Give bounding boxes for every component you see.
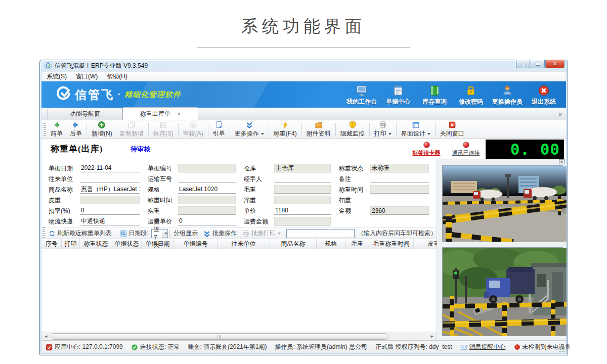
refresh-list-button[interactable]: 刷新最近称重单列表 [46, 228, 114, 239]
resize-grip[interactable] [559, 346, 565, 352]
gate-camera-photo [442, 247, 563, 336]
pull-doc-button[interactable]: 引单 [209, 121, 229, 138]
quick-action-my-workspace[interactable]: 我的工作台 [343, 83, 380, 106]
printer-icon [379, 121, 387, 129]
tab-weigh-outbound[interactable]: 称重出库单× [122, 107, 198, 120]
audit-button: 审核(A) [180, 121, 207, 138]
print-button[interactable]: 打印 [371, 121, 395, 138]
copy-add-button-label: 复制新增 [119, 129, 144, 138]
quick-action-inventory-query[interactable]: 库存查询 [416, 83, 453, 106]
batch-ops-button[interactable]: 批量操作 [200, 228, 239, 239]
column-header-10[interactable]: 毛重称重时间 [369, 239, 414, 249]
column-header-2[interactable]: 称重状态 [80, 239, 112, 249]
form-field-5-1[interactable]: 0 [178, 217, 236, 225]
minimize-button[interactable] [516, 60, 530, 68]
form-field-1-0[interactable] [80, 174, 140, 183]
next-doc-button-label: 后单 [70, 129, 82, 138]
card-reader-indicator[interactable]: 标签读卡器 [407, 142, 446, 157]
more-actions-button-label-row: 更多操作 [235, 129, 264, 138]
weigh-button-label: 称重(F4) [274, 129, 297, 138]
status-message-center-text: 消息提醒中心 [469, 343, 506, 351]
column-header-9[interactable]: 毛重 [346, 239, 369, 249]
camera-pane: × [437, 159, 566, 340]
chevron-down-icon [164, 233, 167, 235]
form-field-4-2[interactable]: 1180 [274, 206, 331, 215]
menu-item-0[interactable]: 系统(S) [42, 72, 71, 81]
menu-item-2[interactable]: 帮助(H) [102, 72, 132, 81]
print-button-label: 打印 [374, 129, 386, 138]
form-label-1-3: 备注 [339, 174, 368, 185]
shield-icon [349, 121, 357, 129]
column-header-3[interactable]: 单据状态 [112, 239, 142, 249]
column-header-1[interactable]: 打印 [62, 239, 80, 249]
window-titlebar[interactable]: 信管飞混凝土ERP专业版 V9.3.549 ✕ [41, 60, 566, 71]
form-field-1-2[interactable] [274, 174, 331, 183]
refresh-icon [49, 230, 56, 237]
next-doc-button-label-row: 后单 [70, 129, 82, 138]
chevron-down-icon [388, 133, 392, 135]
photo-splitter[interactable] [437, 242, 566, 246]
form-field-0-0[interactable]: 2022-11-04 [80, 164, 140, 172]
tab-function-nav[interactable]: 功能导航窗 [48, 108, 122, 120]
form-field-3-3[interactable] [370, 196, 429, 204]
tabstrip-close-icon[interactable]: × [558, 112, 562, 118]
close-button[interactable]: ✕ [545, 60, 565, 68]
form-empty-cell [370, 216, 435, 227]
hide-monitor-button-label: 隐藏监控 [340, 129, 365, 138]
column-header-7[interactable]: 商品名称 [270, 239, 317, 249]
form-field-1-3[interactable] [370, 174, 429, 183]
hide-monitor-button[interactable]: 隐藏监控 [337, 121, 368, 138]
chevron-down-icon [261, 133, 264, 135]
tab-close-icon[interactable]: × [178, 111, 181, 117]
dropdown-button[interactable] [162, 230, 167, 238]
horizontal-scrollbar[interactable]: ◄ ► [41, 332, 437, 340]
form-field-4-0[interactable]: 0 [80, 206, 140, 215]
form-label-2-3: 称重时间 [339, 185, 368, 195]
envelope-icon [460, 344, 467, 351]
comm-label[interactable]: 通讯已连接 [452, 149, 480, 157]
scrollbar-thumb[interactable] [51, 333, 388, 340]
comm-indicator[interactable]: 通讯已连接 [446, 142, 486, 157]
next-doc-button[interactable]: 后单 [66, 121, 85, 138]
quick-action-exit-system[interactable]: 退出系统 [526, 83, 562, 106]
column-header-6[interactable]: 往来单位 [218, 239, 270, 249]
arrow-right-icon [72, 121, 80, 129]
date-range-select[interactable]: 最近7天 [151, 229, 168, 238]
attachments-button[interactable]: 附件资料 [303, 121, 334, 138]
maximize-button[interactable] [531, 60, 545, 68]
form-field-2-0[interactable]: 惠普（HP）LaserJet 1020 [80, 185, 140, 194]
form-field-3-1 [178, 196, 236, 204]
weigh-button[interactable]: 称重(F4) [270, 121, 300, 138]
add-button[interactable]: 新增(N) [88, 121, 116, 138]
scroll-right-arrow-icon[interactable]: ► [428, 333, 436, 340]
column-header-11[interactable]: 皮重 [414, 239, 437, 249]
ui-design-button[interactable]: 界面设计 [398, 121, 434, 138]
chevrons-down-icon [203, 230, 211, 238]
scroll-left-arrow-icon[interactable]: ◄ [42, 333, 50, 340]
brand-banner: 信管飞 · 精细化管理软件 我的工作台单据中心库存查询修改密码更换操作员退出系统 [41, 81, 566, 108]
group-display-button[interactable]: 分组显示 [171, 228, 200, 239]
column-header-8[interactable]: 规格 [317, 239, 346, 249]
window-title: 信管飞混凝土ERP专业版 V9.3.549 [55, 62, 148, 70]
list-search-input[interactable] [286, 229, 355, 238]
quick-action-change-password[interactable]: 修改密码 [453, 83, 489, 106]
form-label-2-2: 毛重 [244, 185, 272, 195]
status-message-center[interactable]: 消息提醒中心 [456, 343, 510, 351]
quick-action-doc-center[interactable]: 单据中心 [380, 83, 416, 106]
list-table-body[interactable] [41, 249, 437, 332]
tab-bar: 功能导航窗称重出库单×× [41, 108, 566, 120]
form-field-2-1[interactable]: LaserJet 1020 [178, 185, 236, 194]
weighbridge-camera-photo [442, 165, 563, 242]
quick-action-switch-operator[interactable]: 更换操作员 [489, 83, 526, 106]
form-field-5-0[interactable]: 中通快递 [80, 217, 140, 225]
tab-function-nav-label: 功能导航窗 [70, 110, 100, 118]
column-header-5[interactable]: 单据编号 [174, 239, 218, 249]
camera-pane-close-icon[interactable]: × [559, 159, 565, 164]
form-field-1-1[interactable] [178, 174, 236, 183]
menu-item-1[interactable]: 窗口(W) [71, 72, 102, 81]
prev-doc-button[interactable]: 前单 [47, 121, 66, 138]
card-reader-label[interactable]: 标签读卡器 [413, 149, 441, 157]
column-header-0[interactable]: 序号 [41, 239, 62, 249]
more-actions-button[interactable]: 更多操作 [231, 121, 268, 138]
close-window-button[interactable]: 关闭窗口 [437, 121, 468, 138]
